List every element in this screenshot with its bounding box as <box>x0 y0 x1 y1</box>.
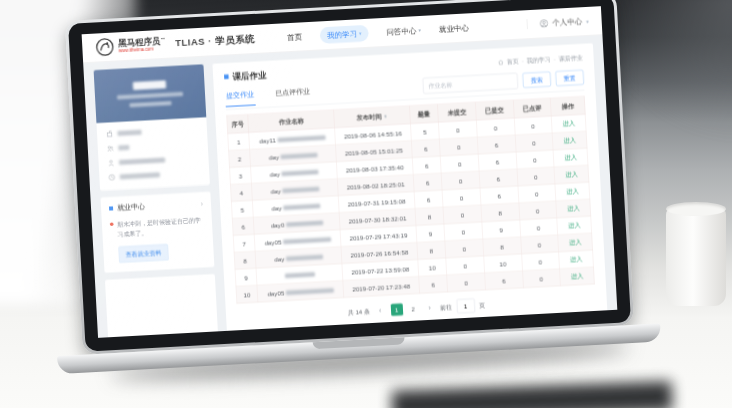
profile-card <box>94 64 210 190</box>
blurred-name <box>286 220 323 226</box>
app-body: 就业中心 › 期末冲刺，是时候验证自己的学习成果了。 查看就业资料 <box>83 35 617 338</box>
dot-separator: · <box>522 57 524 64</box>
enter-link[interactable]: 进入 <box>562 120 575 128</box>
list-item <box>106 126 198 138</box>
enter-link[interactable]: 进入 <box>568 222 581 230</box>
nav-item-home[interactable]: 首页 <box>287 32 302 42</box>
col-action: 操作 <box>550 96 585 116</box>
enter-link[interactable]: 进入 <box>570 256 583 264</box>
chevron-down-icon: ▾ <box>359 30 362 36</box>
enter-link[interactable]: 进入 <box>564 154 577 162</box>
page-title: 课后作业 <box>224 69 267 83</box>
cell-not-submitted: 0 <box>442 188 481 207</box>
search-button[interactable]: 搜索 <box>522 72 551 88</box>
nav-item-my-learning[interactable]: 我的学习 ▾ <box>319 25 368 44</box>
cell-total: 9 <box>416 224 446 243</box>
table-body: 1 day11 2019-08-06 14:55:16 5 0 0 0 进入 <box>227 114 594 303</box>
cell-reviewed: 0 <box>515 133 554 152</box>
cell-submitted: 6 <box>477 135 516 154</box>
blurred-name <box>282 170 319 176</box>
job-center-header[interactable]: 就业中心 › <box>109 199 203 213</box>
user-icon <box>539 19 548 28</box>
laptop: 黑马程序员™ www.itheima.com TLIAS · 学员系统 首页 我… <box>65 0 635 373</box>
enter-link[interactable]: 进入 <box>566 188 579 196</box>
cell-total: 5 <box>410 122 440 141</box>
blurred-name <box>283 237 331 244</box>
goto-page-input[interactable] <box>456 298 475 313</box>
tab-reviewed-homework[interactable]: 已点评作业 <box>274 87 312 103</box>
search-controls: 搜索 重置 <box>422 69 584 94</box>
page-button-2[interactable]: 2 <box>407 302 420 315</box>
sidebar: 就业中心 › 期末冲刺，是时候验证自己的学习成果了。 查看就业资料 <box>94 64 219 338</box>
enter-link[interactable]: 进入 <box>563 137 576 145</box>
cell-submitted: 6 <box>479 169 518 188</box>
laptop-screen: 黑马程序员™ www.itheima.com TLIAS · 学员系统 首页 我… <box>82 6 618 338</box>
chevron-down-icon: ▾ <box>586 18 589 24</box>
sidebar-spacer <box>105 274 218 338</box>
profile-detail-list <box>96 117 209 190</box>
user-menu-label: 个人中心 <box>552 16 582 27</box>
cell-reviewed: 0 <box>518 184 557 203</box>
cell-not-submitted: 0 <box>440 137 479 156</box>
breadcrumb-item[interactable]: 首页 <box>506 57 518 66</box>
cell-total: 6 <box>414 190 444 209</box>
page-button-1[interactable]: 1 <box>390 303 403 316</box>
breadcrumb-item: 课后作业 <box>558 53 582 63</box>
cell-reviewed: 0 <box>517 167 556 186</box>
blurred-name <box>286 288 334 295</box>
coffee-cup <box>666 206 726 306</box>
main-panel: 课后作业 首页 · 我的学习 · 课后作业 <box>212 43 607 335</box>
breadcrumb-item[interactable]: 我的学习 <box>526 55 550 65</box>
nav-item-job-center[interactable]: 就业中心 <box>439 23 469 34</box>
goto-suffix: 页 <box>479 301 485 310</box>
cell-reviewed: 0 <box>520 235 559 254</box>
list-item <box>107 140 199 152</box>
cell-submitted: 10 <box>484 254 523 273</box>
profile-hero <box>94 64 207 123</box>
homework-name-input[interactable] <box>422 73 518 94</box>
cell-reviewed: 0 <box>521 252 560 271</box>
user-info-blurred <box>129 101 171 107</box>
enter-link[interactable]: 进入 <box>567 205 580 213</box>
blurred-name <box>281 153 318 159</box>
brand-url: www.itheima.com <box>118 46 165 54</box>
cell-not-submitted: 0 <box>447 273 486 292</box>
user-menu[interactable]: 个人中心 ▾ <box>527 16 589 29</box>
cell-index: 7 <box>233 234 255 252</box>
cell-submitted: 9 <box>482 220 521 239</box>
laptop-bezel: 黑马程序员™ www.itheima.com TLIAS · 学员系统 首页 我… <box>68 0 631 352</box>
cell-reviewed: 0 <box>516 150 555 169</box>
next-page-button[interactable]: › <box>423 302 436 315</box>
users-icon <box>107 145 114 152</box>
enter-link[interactable]: 进入 <box>565 171 578 179</box>
user-name-blurred <box>133 80 166 90</box>
cell-submitted: 6 <box>478 152 517 171</box>
sort-icon[interactable]: ▲▼ <box>383 114 387 118</box>
cell-not-submitted: 0 <box>441 154 480 173</box>
cell-submitted: 8 <box>481 203 520 222</box>
view-job-profile-button[interactable]: 查看就业资料 <box>118 244 169 263</box>
desk-edge-shadow <box>392 381 673 408</box>
cell-reviewed: 0 <box>519 218 558 237</box>
chevron-right-icon: › <box>201 200 204 208</box>
building-icon <box>106 130 113 137</box>
tab-submit-homework[interactable]: 提交作业 <box>225 90 256 107</box>
nav-item-qa-center[interactable]: 问答中心 ▾ <box>386 25 421 36</box>
col-total: 题量 <box>409 104 439 124</box>
cell-index: 8 <box>234 251 256 269</box>
prev-page-button[interactable]: ‹ <box>374 304 387 317</box>
goto-prefix: 前往 <box>440 302 452 311</box>
cell-total: 8 <box>416 241 446 260</box>
col-submitted: 已提交 <box>475 100 514 120</box>
cell-name: day05 <box>257 281 344 303</box>
blurred-name <box>286 254 323 260</box>
product-title: TLIAS · 学员系统 <box>175 32 255 49</box>
brand-logo[interactable]: 黑马程序员™ www.itheima.com <box>95 34 166 57</box>
job-center-notice: 期末冲刺，是时候验证自己的学习成果了。 <box>110 214 205 240</box>
blurred-name <box>277 135 325 142</box>
blue-square-bullet <box>109 206 113 210</box>
cell-total: 6 <box>412 156 442 175</box>
enter-link[interactable]: 进入 <box>571 273 584 281</box>
reset-button[interactable]: 重置 <box>555 70 584 86</box>
enter-link[interactable]: 进入 <box>569 239 582 247</box>
